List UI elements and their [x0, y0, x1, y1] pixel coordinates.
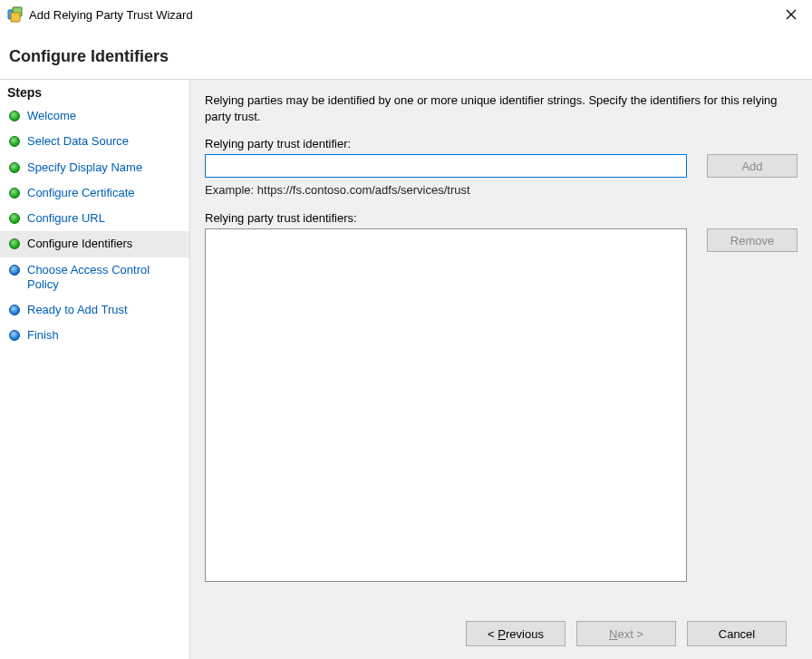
step-item[interactable]: Configure Certificate	[0, 180, 189, 206]
step-item[interactable]: Ready to Add Trust	[0, 297, 189, 323]
step-item[interactable]: Configure URL	[0, 206, 189, 231]
content-pane: Relying parties may be identified by one…	[190, 80, 812, 659]
example-text: Example: https://fs.contoso.com/adfs/ser…	[205, 183, 798, 197]
step-label: Configure URL	[27, 211, 105, 226]
next-button[interactable]: Next >	[576, 621, 676, 646]
step-done-icon	[9, 238, 20, 249]
identifiers-list-label: Relying party trust identifiers:	[205, 211, 798, 225]
wizard-footer: < Previous Next > Cancel	[205, 610, 798, 659]
svg-rect-2	[11, 13, 20, 22]
titlebar: Add Relying Party Trust Wizard	[0, 0, 812, 29]
identifier-input[interactable]	[205, 154, 687, 178]
steps-heading: Steps	[0, 80, 189, 103]
close-button[interactable]	[770, 0, 812, 29]
step-item[interactable]: Configure Identifiers	[0, 231, 189, 257]
step-item[interactable]: Select Data Source	[0, 129, 189, 154]
step-pending-icon	[9, 265, 20, 276]
step-label: Ready to Add Trust	[27, 303, 128, 317]
step-label: Specify Display Name	[27, 160, 142, 175]
step-item[interactable]: Welcome	[0, 103, 189, 129]
step-label: Configure Certificate	[27, 186, 135, 200]
wizard-window: Add Relying Party Trust Wizard Configure…	[0, 0, 812, 659]
step-done-icon	[9, 136, 20, 147]
step-pending-icon	[9, 330, 20, 341]
step-label: Welcome	[27, 109, 76, 123]
identifiers-listbox[interactable]	[205, 228, 687, 582]
page-header: Configure Identifiers	[0, 29, 812, 79]
app-icon	[7, 6, 24, 23]
window-title: Add Relying Party Trust Wizard	[29, 8, 770, 22]
steps-sidebar: Steps WelcomeSelect Data SourceSpecify D…	[0, 80, 190, 659]
step-item[interactable]: Finish	[0, 323, 189, 348]
step-label: Select Data Source	[27, 134, 129, 149]
step-label: Choose Access Control Policy	[27, 263, 182, 293]
page-title: Configure Identifiers	[9, 47, 812, 66]
remove-button[interactable]: Remove	[707, 228, 798, 252]
close-icon	[786, 9, 797, 20]
cancel-button[interactable]: Cancel	[687, 621, 787, 646]
add-button[interactable]: Add	[707, 154, 798, 178]
previous-button[interactable]: < Previous	[466, 621, 566, 646]
description-text: Relying parties may be identified by one…	[205, 92, 798, 124]
step-done-icon	[9, 213, 20, 224]
step-done-icon	[9, 188, 20, 199]
step-done-icon	[9, 162, 20, 173]
step-pending-icon	[9, 305, 20, 315]
identifier-label: Relying party trust identifier:	[205, 137, 798, 150]
step-label: Finish	[27, 328, 59, 343]
step-done-icon	[9, 111, 20, 121]
step-item[interactable]: Specify Display Name	[0, 155, 189, 180]
step-label: Configure Identifiers	[27, 237, 132, 251]
step-item[interactable]: Choose Access Control Policy	[0, 257, 189, 298]
